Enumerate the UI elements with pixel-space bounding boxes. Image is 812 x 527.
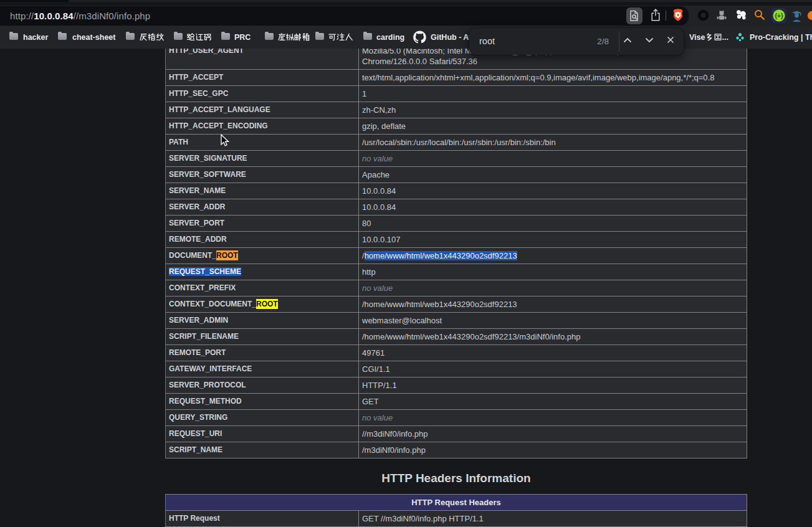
svg-text:{+}: {+}: [775, 12, 783, 19]
